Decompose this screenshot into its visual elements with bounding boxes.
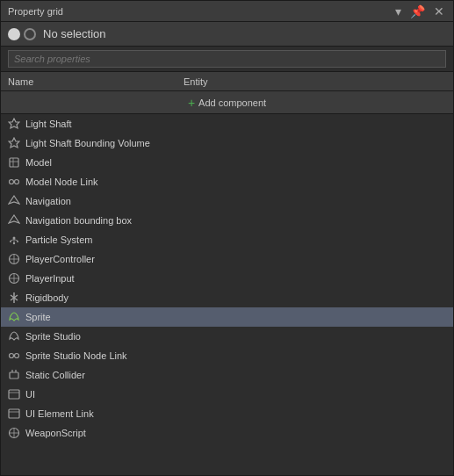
radio-active[interactable] bbox=[8, 28, 20, 40]
search-input[interactable] bbox=[8, 50, 446, 68]
column-headers: Name Entity bbox=[1, 72, 453, 91]
sprite-icon bbox=[8, 311, 20, 323]
player-input-icon bbox=[8, 272, 20, 285]
svg-marker-1 bbox=[9, 138, 19, 148]
list-item-player-controller[interactable]: PlayerController bbox=[1, 249, 453, 269]
svg-rect-32 bbox=[9, 390, 19, 399]
list-item-weapon-script[interactable]: WeaponScript bbox=[1, 423, 453, 443]
model-icon bbox=[8, 156, 20, 169]
svg-line-15 bbox=[14, 240, 18, 242]
navigation-bb-icon bbox=[8, 214, 20, 227]
list-item-light-shaft-bounding-volume[interactable]: Light Shaft Bounding Volume bbox=[1, 133, 453, 153]
static-collider-icon bbox=[8, 369, 20, 381]
list-item-label: WeaponScript bbox=[25, 428, 86, 438]
window-title: Property grid bbox=[8, 6, 63, 17]
svg-marker-9 bbox=[9, 215, 19, 223]
dropdown-button[interactable]: ▾ bbox=[393, 5, 403, 18]
selection-label: No selection bbox=[43, 27, 106, 40]
sprite-studio-nl-icon bbox=[8, 350, 20, 362]
list-item-particle-system[interactable]: Particle System bbox=[1, 230, 453, 249]
svg-point-13 bbox=[13, 242, 15, 244]
list-item-label: Model bbox=[25, 157, 52, 168]
light-shaft-icon bbox=[8, 118, 20, 130]
svg-marker-0 bbox=[9, 119, 19, 128]
col-header-entity: Entity bbox=[184, 76, 446, 87]
list-item-label: Sprite Studio Node Link bbox=[25, 350, 127, 361]
property-grid-window: Property grid ▾ 📌 ✕ No selection Name En… bbox=[0, 0, 454, 476]
list-item-player-input[interactable]: PlayerInput bbox=[1, 269, 453, 288]
list-item-label: Sprite bbox=[25, 312, 51, 322]
col-header-name: Name bbox=[8, 76, 184, 87]
light-shaft-bv-icon bbox=[8, 137, 20, 149]
list-item-model[interactable]: Model bbox=[1, 153, 453, 172]
list-item-navigation-bounding-box[interactable]: Navigation bounding box bbox=[1, 211, 453, 230]
list-item-sprite-studio[interactable]: Sprite Studio bbox=[1, 327, 453, 346]
list-item-label: Model Node Link bbox=[25, 177, 98, 187]
list-item-label: PlayerInput bbox=[25, 273, 75, 284]
list-item-light-shaft[interactable]: Light Shaft bbox=[1, 114, 453, 133]
list-item-ui[interactable]: UI bbox=[1, 385, 453, 404]
list-item-label: UI Element Link bbox=[25, 408, 94, 419]
list-item-model-node-link[interactable]: Model Node Link bbox=[1, 172, 453, 191]
model-node-link-icon bbox=[8, 176, 20, 188]
list-item-label: Navigation bounding box bbox=[25, 215, 132, 226]
list-item-navigation[interactable]: Navigation bbox=[1, 191, 453, 211]
particle-system-icon bbox=[8, 234, 20, 246]
svg-point-10 bbox=[13, 237, 16, 240]
component-list: Light ShaftLight Shaft Bounding VolumeMo… bbox=[1, 114, 453, 475]
ui-icon bbox=[8, 388, 20, 400]
title-bar-right: ▾ 📌 ✕ bbox=[393, 5, 446, 18]
rigidbody-icon bbox=[8, 292, 20, 304]
weapon-script-icon bbox=[8, 427, 20, 439]
svg-rect-2 bbox=[10, 158, 18, 167]
list-item-static-collider[interactable]: Static Collider bbox=[1, 365, 453, 385]
search-bar bbox=[1, 47, 453, 72]
svg-point-6 bbox=[15, 180, 19, 184]
radio-inactive[interactable] bbox=[24, 28, 36, 40]
list-item-label: Navigation bbox=[25, 196, 71, 206]
list-item-ui-element-link[interactable]: UI Element Link bbox=[1, 404, 453, 423]
add-component-label: Add component bbox=[198, 97, 266, 108]
list-item-label: UI bbox=[25, 389, 35, 400]
svg-point-26 bbox=[10, 354, 14, 358]
sprite-studio-icon bbox=[8, 330, 20, 343]
svg-rect-34 bbox=[9, 409, 19, 418]
svg-point-12 bbox=[17, 241, 18, 242]
list-item-label: Rigidbody bbox=[25, 292, 68, 303]
title-bar-left: Property grid bbox=[8, 6, 63, 17]
radio-group bbox=[8, 28, 36, 40]
add-component-bar[interactable]: + Add component bbox=[1, 91, 453, 114]
pin-button[interactable]: 📌 bbox=[408, 5, 427, 18]
title-bar: Property grid ▾ 📌 ✕ bbox=[1, 1, 453, 22]
player-controller-icon bbox=[8, 253, 20, 265]
list-item-label: Light Shaft bbox=[25, 119, 72, 129]
list-item-label: Particle System bbox=[25, 234, 92, 245]
navigation-icon bbox=[8, 195, 20, 207]
list-item-sprite-studio-node-link[interactable]: Sprite Studio Node Link bbox=[1, 346, 453, 365]
list-item-label: Light Shaft Bounding Volume bbox=[25, 138, 150, 148]
add-icon: + bbox=[188, 96, 195, 110]
list-item-label: Sprite Studio bbox=[25, 331, 81, 342]
selection-bar: No selection bbox=[1, 22, 453, 47]
list-item-rigidbody[interactable]: Rigidbody bbox=[1, 288, 453, 307]
ui-element-link-icon bbox=[8, 407, 20, 420]
list-item-sprite[interactable]: Sprite bbox=[1, 307, 453, 327]
svg-point-11 bbox=[10, 241, 11, 242]
svg-rect-29 bbox=[10, 372, 18, 379]
list-item-label: Static Collider bbox=[25, 370, 85, 380]
svg-point-5 bbox=[10, 180, 14, 184]
svg-point-27 bbox=[15, 354, 19, 358]
close-button[interactable]: ✕ bbox=[432, 5, 446, 18]
svg-marker-8 bbox=[9, 196, 19, 204]
svg-line-14 bbox=[11, 240, 14, 242]
list-item-label: PlayerController bbox=[25, 254, 95, 264]
